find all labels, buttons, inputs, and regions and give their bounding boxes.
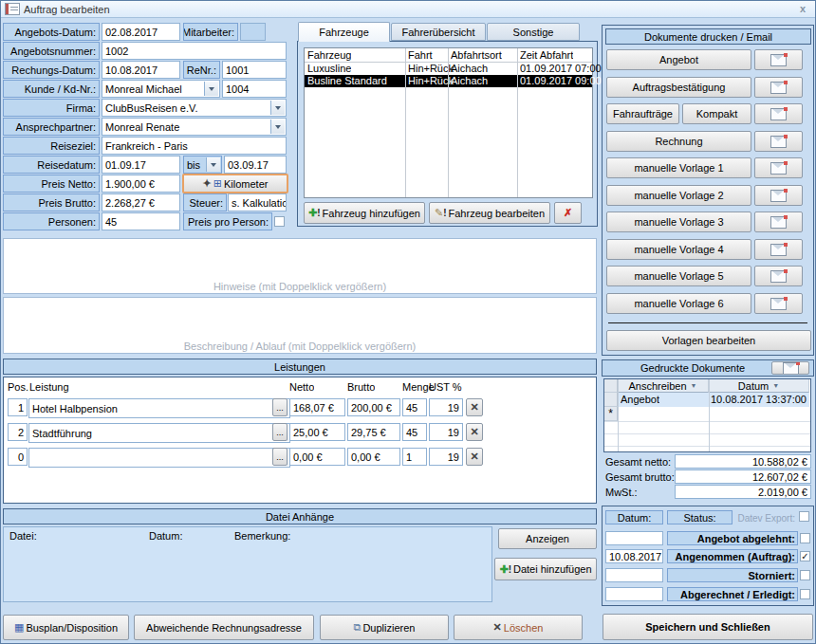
- tab-sonstige[interactable]: Sonstige: [487, 23, 580, 41]
- vorlagen-bearbeiten-button[interactable]: Vorlagen bearbeiten: [606, 330, 811, 351]
- manuelle-vorlage-4-button[interactable]: manuelle Vorlage 4: [606, 239, 751, 260]
- datev-export-checkbox[interactable]: [799, 511, 809, 522]
- netto-field[interactable]: 168,07 €: [289, 398, 345, 416]
- fahrauftraege-print-button[interactable]: Fahraufträge: [606, 103, 679, 124]
- auftragsbestaetigung-print-button[interactable]: Auftragsbestätigung: [606, 77, 751, 98]
- column-header[interactable]: Fahrt: [408, 49, 433, 61]
- preis-netto-field[interactable]: 1.900,00 €: [102, 175, 180, 193]
- abweichende-rechnungsadresse-button[interactable]: Abweichende Rechnungsadresse: [134, 615, 314, 640]
- manuelle-vorlage-1-email-button[interactable]: [754, 157, 803, 178]
- leistung-browse-button[interactable]: ...: [272, 448, 287, 466]
- kunde-combo[interactable]: Monreal Michael: [102, 80, 220, 98]
- datei-hinzufuegen-button[interactable]: ✚!Datei hinzufügen: [494, 558, 597, 580]
- tab-fahrzeuge[interactable]: Fahrzeuge: [298, 22, 390, 42]
- reiseziel-field[interactable]: Frankreich - Paris: [102, 137, 287, 155]
- angebots-datum-field[interactable]: 02.08.2017: [102, 23, 180, 41]
- leistung-loeschen-button[interactable]: ✕: [466, 448, 483, 466]
- leistung-browse-button[interactable]: ...: [272, 423, 287, 441]
- manuelle-vorlage-2-email-button[interactable]: [754, 185, 803, 206]
- ust-field[interactable]: 19: [429, 423, 463, 441]
- mitarbeiter-field[interactable]: [240, 23, 266, 41]
- beschreibung-textarea[interactable]: Beschreibung / Ablauf (mit Doppelklick v…: [3, 297, 597, 354]
- anzeigen-button[interactable]: Anzeigen: [498, 528, 597, 549]
- busplan-disposition-button[interactable]: ▦Busplan/Disposition: [3, 615, 129, 640]
- personen-field[interactable]: 45: [102, 212, 180, 230]
- datei-anhaenge-panel[interactable]: Datei: Datum: Bemerkung:: [3, 526, 492, 602]
- manuelle-vorlage-3-email-button[interactable]: [754, 212, 803, 232]
- leistung-combo[interactable]: Stadtführung: [28, 423, 290, 443]
- brutto-field[interactable]: 29,75 €: [347, 423, 400, 441]
- gesamt-netto-field[interactable]: 10.588,02 €: [675, 454, 811, 469]
- fahrzeug-hinzufuegen-button[interactable]: ✚!Fahrzeug hinzufügen: [304, 202, 425, 224]
- chevron-down-icon[interactable]: [270, 120, 285, 134]
- pos-field[interactable]: 2: [8, 423, 28, 441]
- steuer-field[interactable]: s. Kalkulation: [228, 193, 287, 212]
- gedruckte-dokumente-table[interactable]: Anschreiben▼ Datum▼ Angebot 10.08.2017 1…: [603, 378, 811, 452]
- rechnung-email-button[interactable]: [754, 131, 803, 152]
- auftragsbestaetigung-email-button[interactable]: [754, 77, 803, 98]
- rechnung-print-button[interactable]: Rechnung: [606, 131, 751, 152]
- kunde-nr-field[interactable]: 1004: [222, 80, 287, 98]
- menge-field[interactable]: 1: [402, 448, 427, 466]
- column-header[interactable]: Abfahrtsort: [451, 49, 502, 61]
- angebot-email-button[interactable]: [754, 49, 803, 70]
- duplizieren-button[interactable]: ⧉Duplizieren: [320, 615, 449, 640]
- column-header[interactable]: Zeit Abfahrt: [520, 49, 573, 61]
- rechnungs-datum-field[interactable]: 10.08.2017: [102, 61, 180, 79]
- storniert-checkbox[interactable]: [800, 570, 810, 580]
- pos-field[interactable]: 1: [8, 398, 28, 416]
- renr-field[interactable]: 1001: [222, 61, 287, 79]
- kilometer-button[interactable]: ✦⊞Kilometer: [182, 174, 288, 193]
- manuelle-vorlage-4-email-button[interactable]: [754, 239, 803, 260]
- abgelehnt-datum-field[interactable]: [605, 531, 663, 545]
- sort-arrow-icon[interactable]: ▼: [772, 382, 779, 389]
- manuelle-vorlage-3-button[interactable]: manuelle Vorlage 3: [606, 212, 751, 232]
- menge-field[interactable]: 45: [402, 398, 427, 416]
- leistung-browse-button[interactable]: ...: [272, 398, 287, 416]
- manuelle-vorlage-1-button[interactable]: manuelle Vorlage 1: [606, 157, 751, 178]
- leistung-loeschen-button[interactable]: ✕: [466, 398, 483, 416]
- ust-field[interactable]: 19: [429, 398, 463, 416]
- gesamt-brutto-field[interactable]: 12.607,02 €: [675, 469, 811, 484]
- firma-combo[interactable]: ClubBusReisen e.V.: [102, 99, 287, 117]
- leistung-loeschen-button[interactable]: ✕: [466, 423, 483, 441]
- manuelle-vorlage-6-button[interactable]: manuelle Vorlage 6: [606, 293, 751, 314]
- loeschen-button[interactable]: ✕Löschen: [454, 615, 583, 640]
- tab-fahreruebersicht[interactable]: Fahrerübersicht: [391, 23, 486, 41]
- abgerechnet-checkbox[interactable]: [800, 589, 810, 599]
- fahrzeug-bearbeiten-button[interactable]: ✎!Fahrzeug bearbeiten: [429, 202, 550, 224]
- hinweise-textarea[interactable]: Hinweise (mit Doppelklick vergößern): [3, 238, 597, 294]
- ansprechpartner-combo[interactable]: Monreal Renate: [102, 118, 287, 136]
- preis-pro-person-checkbox[interactable]: [274, 216, 285, 227]
- netto-field[interactable]: 25,00 €: [289, 423, 345, 441]
- fahrzeuge-table[interactable]: Fahrzeug Fahrt Abfahrtsort Zeit Abfahrt …: [304, 47, 593, 198]
- table-corner-cell[interactable]: [604, 379, 618, 393]
- angenommen-datum-field[interactable]: 10.08.2017: [605, 549, 663, 563]
- datum-column-header[interactable]: Datum▼: [709, 379, 809, 393]
- manuelle-vorlage-5-button[interactable]: manuelle Vorlage 5: [606, 266, 751, 286]
- table-row[interactable]: Angebot 10.08.2017 13:37:00: [604, 393, 809, 407]
- angebotsnummer-field[interactable]: 1002: [102, 42, 287, 60]
- column-header[interactable]: Fahrzeug: [307, 49, 351, 61]
- speichern-und-schliessen-button[interactable]: Speichern und Schließen: [603, 614, 813, 640]
- chevron-down-icon[interactable]: [270, 101, 285, 115]
- leistung-combo[interactable]: [28, 448, 290, 468]
- manuelle-vorlage-5-email-button[interactable]: [754, 266, 803, 286]
- reisedatum-von-field[interactable]: 01.09.17: [102, 156, 180, 174]
- bis-combo[interactable]: bis: [183, 156, 222, 174]
- anschreiben-column-header[interactable]: Anschreiben▼: [618, 379, 709, 393]
- abgerechnet-datum-field[interactable]: [605, 587, 663, 601]
- reisedatum-bis-field[interactable]: 03.09.17: [224, 156, 287, 174]
- manuelle-vorlage-6-email-button[interactable]: [754, 293, 803, 314]
- chevron-down-icon[interactable]: [204, 82, 218, 96]
- angenommen-checkbox[interactable]: ✓: [800, 551, 810, 561]
- chevron-down-icon[interactable]: [206, 157, 220, 172]
- leistung-combo[interactable]: Hotel Halbpension: [28, 398, 290, 418]
- brutto-field[interactable]: 0,00 €: [347, 448, 400, 466]
- storniert-datum-field[interactable]: [605, 568, 663, 582]
- close-icon[interactable]: x: [800, 3, 806, 14]
- gedruckte-email-button[interactable]: [771, 361, 809, 375]
- mwst-field[interactable]: 2.019,00 €: [675, 485, 811, 499]
- table-new-row[interactable]: *: [604, 407, 809, 421]
- kompakt-print-button[interactable]: Kompakt: [682, 103, 751, 124]
